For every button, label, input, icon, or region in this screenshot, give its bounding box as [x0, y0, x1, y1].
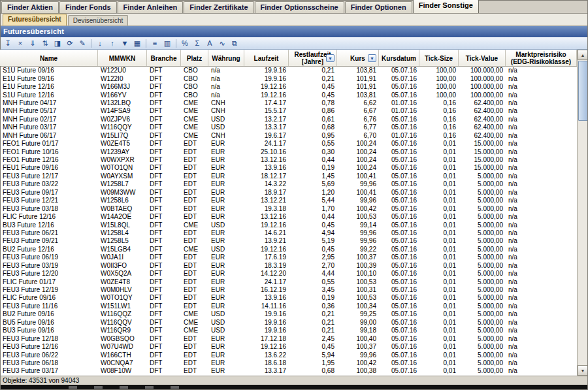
table-row[interactable]: FEO1 Future 12/16W0WXPXRDFTEDTEUR13.12.1… [0, 156, 577, 164]
column-header-marktpreisrisiko[interactable]: Marktpreisrisiko(EDG-Risikoklasse) [506, 50, 577, 66]
cell-kurs: 100,40 [337, 335, 379, 343]
table-row[interactable]: FEU3 Future 11/16W151LW1DFTEDTEUR14.11.1… [0, 302, 577, 310]
cell-kursdatum: 05.07.16 [379, 221, 419, 229]
subtab-devisenubersicht[interactable]: Devisenübersicht [68, 15, 129, 25]
table-row[interactable]: BU5 Future 09/16W116QQVDFTCMEUSD19.9.160… [0, 319, 577, 327]
table-row[interactable]: MNH Future 06/17W15LI7QDFTCMECNH19.6.170… [0, 132, 577, 140]
sum-icon[interactable]: Σ [191, 38, 203, 48]
restlaufzeit-filter-button[interactable]: ▼ [326, 54, 335, 62]
table-row[interactable]: FEU3 Future 03/18W0BTAEQDFTEDTEUR19.3.18… [0, 204, 577, 212]
table-row[interactable]: FEU3 Future 06/21W1258L4DFTEDTEUR14.6.21… [0, 229, 577, 237]
column-header-kursdatum[interactable]: Kursdatum [379, 50, 419, 66]
group-rows-icon[interactable]: ≡ [149, 38, 161, 48]
column-header-tick-value[interactable]: Tick-Value [459, 50, 506, 66]
table-row[interactable]: FEU3 Future 09/21W1258L5DFTEDTEUR13.9.21… [0, 237, 577, 245]
kurs-filter-button[interactable]: ▼ [368, 54, 376, 62]
cell-marktpreisrisiko: n/a [506, 75, 577, 83]
table-row[interactable]: FEU3 Future 12/17W0AYXSMDFTEDTEUR18.12.1… [0, 172, 577, 180]
table-row[interactable]: S1U Future 09/16W122U0DFTCBOn/a19.9.160,… [0, 67, 577, 74]
column-header-branche[interactable]: Branche [147, 50, 181, 66]
table-row[interactable]: MNH Future 05/17W14FSA9DFTCMECNH15.5.170… [0, 107, 577, 115]
table-row[interactable]: FEU1 Future 09/16W0TO1QNDFTEDTEUR13.9.16… [0, 164, 577, 172]
tab-finder-zertifikate[interactable]: Finder Zertifikate [184, 1, 253, 13]
cell-name: FEU3 Future 03/18 [0, 205, 98, 213]
sort-asc-icon[interactable]: ↑ [106, 38, 118, 48]
table-row[interactable]: FEU3 Future 06/19W0JA1IDFTEDTEUR17.6.192… [0, 253, 577, 261]
table-row[interactable]: FEU3 Future 12/16W07U4WDDFTEDTEUR19.12.1… [0, 343, 577, 351]
column-header-kurs[interactable]: Kurs▼ [337, 50, 379, 66]
font-icon[interactable]: A [204, 38, 216, 48]
table-row[interactable]: FEU3 Future 03/17W08F10WDFTEDTEUR13.3.17… [0, 367, 577, 375]
mark-column-icon[interactable]: ◨ [52, 38, 63, 48]
tab-finder-anleihen[interactable]: Finder Anleihen [118, 1, 184, 13]
table-row[interactable]: FEU3 Future 06/22W166CTHDFTEDTEUR13.6.22… [0, 351, 577, 359]
cell-branche: DFT [147, 246, 181, 253]
table-row[interactable]: FLIC Future 01/17W0ZE4T8DFTEDTEUR24.1.17… [0, 278, 577, 285]
table-row[interactable]: S1U Future 12/16W166YVDFTCBOn/a19.12.160… [0, 91, 577, 99]
table-row[interactable]: E1U Future 12/16W166M3JDFTCBOn/a19.12.16… [0, 83, 577, 91]
table-row[interactable]: FEU3 Future 06/18W0CNQA7DFTEDTEUR18.6.18… [0, 359, 577, 367]
cell-laufzeit: 13.12.16 [244, 213, 289, 221]
table-row[interactable]: MNH Future 04/17W132LBQDFTCMECNH17.4.170… [0, 99, 577, 107]
vertical-scrollbar[interactable]: ▲ ▼ [577, 50, 588, 376]
cell-branche: DFT [147, 319, 181, 327]
table-row[interactable]: FEU3 Future 03/19W0II3FODFTEDTEUR18.3.19… [0, 262, 577, 270]
column-header-mmwkn[interactable]: MMWKN [98, 50, 147, 66]
percent-icon[interactable]: % [179, 38, 191, 48]
table-row[interactable]: BU3 Future 09/16W116QR9DFTCMEUSD19.9.160… [0, 327, 577, 334]
column-header-laufzeit[interactable]: Laufzeit [244, 50, 289, 66]
table-row[interactable]: FEU3 Future 12/19W0M0HLVDFTEDTEUR16.12.1… [0, 286, 577, 294]
columns-icon[interactable]: ▥ [161, 38, 173, 48]
table-row[interactable]: FEU3 Future 09/17W09M3WWDFTEDTEUR18.9.17… [0, 189, 577, 197]
column-header-name[interactable]: Name [0, 50, 98, 66]
table-row[interactable]: FEU3 Future 03/22W1258L7DFTEDTEUR14.3.22… [0, 180, 577, 188]
column-label-line2: [Jahre] [302, 58, 323, 65]
cell-branche: DFT [147, 148, 181, 156]
table-row[interactable]: FEU3 Future 12/18W0GBSQODFTEDTEUR17.12.1… [0, 334, 577, 342]
window-icon[interactable]: ⧉ [229, 38, 240, 48]
refresh-icon[interactable]: ⟳ [64, 38, 76, 48]
clear-icon[interactable]: × [14, 38, 26, 48]
column-header-restlaufzeit[interactable]: Restlaufzeit[Jahre]▼ [289, 50, 337, 66]
table-row[interactable]: FEU3 Future 12/20W0X5Q2ADFTEDTEUR14.12.2… [0, 270, 577, 278]
table-row[interactable]: MNH Future 02/17W0ZJPV6DFTCMEUSD13.2.170… [0, 116, 577, 123]
table-icon[interactable]: ▦ [131, 38, 143, 48]
cell-mmwkn: W15L8QL [98, 221, 147, 229]
cell-branche: DFT [147, 335, 181, 343]
table-row[interactable]: BU2 Future 09/16W116QQZDFTCMEUSD19.9.160… [0, 310, 577, 318]
sort-desc-icon[interactable]: ↓ [94, 38, 106, 48]
swap-sort-icon[interactable]: ⇅ [39, 38, 51, 48]
cell-wahrung: n/a [208, 67, 244, 74]
edit-filter-icon[interactable]: ✎ [76, 38, 88, 48]
download-icon[interactable]: ⇓ [27, 38, 39, 48]
column-header-platz[interactable]: Platz [181, 50, 208, 66]
column-label: Währung [212, 55, 240, 62]
tab-finder-sonstige[interactable]: Finder Sonstige [413, 0, 479, 13]
table-row[interactable]: E1U Future 09/16W122I0DFTCBOn/a19.9.160,… [0, 74, 577, 82]
table-row[interactable]: BU3 Future 12/16W15L8QLDFTCMEUSD19.12.16… [0, 221, 577, 229]
tab-finder-aktien[interactable]: Finder Aktien [1, 1, 59, 13]
tab-finder-optionen[interactable]: Finder Optionen [345, 1, 412, 13]
cell-kursdatum: 05.07.16 [379, 286, 419, 294]
table-row[interactable]: FEO1 Future 10/16W1239AYDFTEDTEUR25.10.1… [0, 148, 577, 155]
scroll-down-button[interactable]: ▼ [578, 365, 588, 376]
cell-platz: EDT [181, 253, 208, 261]
filter-icon[interactable]: ▼ [119, 38, 131, 48]
tab-finder-optionsscheine[interactable]: Finder Optionsscheine [255, 1, 344, 13]
column-header-tick-size[interactable]: Tick-Size [419, 50, 459, 66]
table-row[interactable]: FEO1 Future 01/17W0ZE4T5DFTEDTEUR24.1.17… [0, 140, 577, 148]
table-row[interactable]: BU2 Future 12/16W15LGB4DFTCMEUSD19.12.16… [0, 246, 577, 253]
scroll-up-button[interactable]: ▲ [578, 50, 588, 60]
scrollbar-thumb[interactable] [578, 61, 588, 121]
tab-finder-fonds[interactable]: Finder Fonds [59, 1, 117, 13]
cell-platz: EDT [181, 189, 208, 197]
export-icon[interactable]: ↧ [2, 38, 14, 48]
column-header-wahrung[interactable]: Währung [208, 50, 244, 66]
cell-branche: DFT [147, 367, 181, 375]
table-row[interactable]: FLIC Future 12/16W14A2OEDFTEDTEUR13.12.1… [0, 213, 577, 221]
chart-icon[interactable]: ∿ [216, 38, 228, 48]
table-row[interactable]: FEU3 Future 12/21W1258L6DFTEDTEUR13.12.2… [0, 197, 577, 204]
table-row[interactable]: FLIC Future 09/16W0TO1QYDFTEDTEUR13.9.16… [0, 294, 577, 302]
table-row[interactable]: MNH Future 03/17W116QQYDFTCMEUSD13.3.170… [0, 123, 577, 131]
subtab-futuresubersicht[interactable]: Futuresübersicht [3, 14, 67, 25]
